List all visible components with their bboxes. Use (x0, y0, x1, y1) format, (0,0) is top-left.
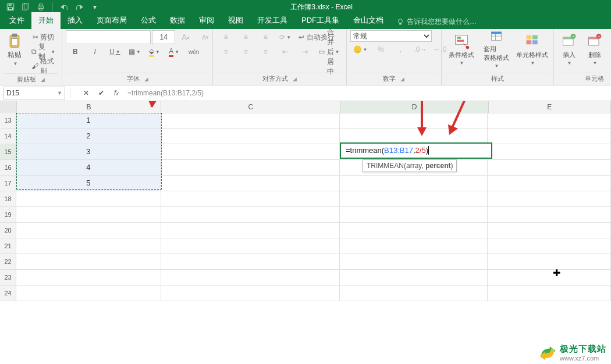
cell-D21[interactable] (340, 238, 488, 254)
fx-button[interactable]: fx (111, 89, 122, 97)
conditional-formatting-button[interactable]: 条件格式▼ (445, 30, 478, 69)
format-cells-button[interactable]: 格式 (609, 30, 611, 69)
cell-B13[interactable]: 1 (16, 113, 161, 128)
qat-new-icon[interactable] (19, 1, 33, 13)
qat-customize-icon[interactable]: ▾ (88, 1, 102, 13)
cell-B15[interactable]: 3 (16, 144, 161, 159)
italic-button[interactable]: I (86, 45, 104, 59)
cell-D20[interactable] (340, 223, 488, 238)
select-all-corner[interactable] (0, 101, 17, 113)
cell-C18[interactable] (161, 191, 340, 206)
cell-C14[interactable] (161, 129, 340, 144)
format-as-table-button[interactable]: 套用 表格格式▼ (480, 30, 513, 69)
cell-C19[interactable] (161, 207, 340, 222)
cell-E13[interactable] (488, 113, 611, 128)
row-header-24[interactable]: 24 (0, 286, 16, 301)
cell-D19[interactable] (340, 207, 488, 222)
cell-B22[interactable] (16, 254, 161, 269)
cancel-formula-button[interactable]: ✕ (81, 89, 91, 97)
increase-decimal-button[interactable]: .0→ (411, 42, 429, 56)
align-center-button[interactable]: ≡ (236, 45, 255, 59)
col-header-B[interactable]: B (17, 101, 161, 113)
qat-save-icon[interactable] (3, 1, 17, 13)
col-header-E[interactable]: E (489, 101, 611, 113)
cell-B21[interactable] (16, 238, 161, 254)
row-header-13[interactable]: 13 (0, 113, 16, 128)
align-bottom-button[interactable]: ≡ (256, 30, 275, 44)
cell-E23[interactable] (488, 270, 611, 285)
cell-C13[interactable] (161, 113, 340, 128)
font-name-combo[interactable] (66, 30, 151, 44)
tab-data[interactable]: 数据 (163, 12, 192, 29)
row-header-22[interactable]: 22 (0, 254, 16, 269)
decrease-font-button[interactable]: A▾ (196, 30, 215, 44)
chevron-down-icon[interactable]: ▼ (57, 90, 62, 96)
cell-C23[interactable] (161, 270, 340, 285)
cell-E16[interactable] (488, 160, 611, 175)
fill-color-button[interactable]: ⬙▼ (145, 45, 164, 59)
cell-E19[interactable] (488, 207, 611, 222)
phonetic-button[interactable]: wén (184, 45, 203, 59)
cell-E20[interactable] (488, 223, 611, 238)
cell-E17[interactable] (488, 176, 611, 191)
tab-page-layout[interactable]: 页面布局 (90, 12, 134, 29)
underline-button[interactable]: U▼ (105, 45, 124, 59)
row-header-23[interactable]: 23 (0, 270, 16, 285)
cell-D17[interactable] (340, 176, 488, 191)
enter-formula-button[interactable]: ✔ (96, 89, 106, 97)
row-header-19[interactable]: 19 (0, 207, 16, 222)
cell-C15[interactable] (161, 144, 340, 159)
cell-D23[interactable] (340, 270, 488, 285)
orientation-button[interactable]: ⟳▼ (276, 30, 294, 44)
cell-C21[interactable] (161, 238, 340, 254)
dialog-launcher-icon[interactable]: ◢ (400, 76, 404, 82)
cell-E22[interactable] (488, 254, 611, 269)
col-header-C[interactable]: C (161, 101, 340, 113)
decrease-indent-button[interactable]: ⇤ (276, 45, 294, 59)
increase-font-button[interactable]: A▴ (176, 30, 195, 44)
paste-button[interactable]: 粘贴 ▼ (3, 30, 26, 69)
row-header-15[interactable]: 15 (0, 144, 16, 159)
cell-E18[interactable] (488, 191, 611, 206)
formula-bar-input[interactable]: =trimmean(B13:B17,2/5) (122, 89, 611, 97)
delete-cells-button[interactable]: − 删除▼ (583, 30, 606, 69)
format-painter-button[interactable]: 🖌 格式刷 (29, 59, 59, 73)
font-size-combo[interactable] (152, 30, 175, 44)
cell-B20[interactable] (16, 223, 161, 238)
cell-styles-button[interactable]: 单元格样式▼ (515, 30, 550, 69)
row-header-21[interactable]: 21 (0, 238, 16, 254)
comma-format-button[interactable]: , (391, 42, 410, 56)
accounting-format-button[interactable]: 🪙▼ (350, 42, 371, 56)
cell-B17[interactable]: 5 (16, 176, 161, 191)
tab-insert[interactable]: 插入 (61, 12, 90, 29)
align-top-button[interactable]: ≡ (216, 30, 235, 44)
font-color-button[interactable]: A▼ (165, 45, 183, 59)
cell-E15[interactable] (488, 144, 611, 159)
bold-button[interactable]: B (66, 45, 84, 59)
tab-view[interactable]: 视图 (221, 12, 250, 29)
dialog-launcher-icon[interactable]: ◢ (144, 76, 148, 82)
cell-D14[interactable] (340, 129, 488, 144)
cell-C24[interactable] (161, 286, 340, 301)
row-header-17[interactable]: 17 (0, 176, 16, 191)
cell-C17[interactable] (161, 176, 340, 191)
cell-B24[interactable] (16, 286, 161, 301)
cell-B19[interactable] (16, 207, 161, 222)
percent-format-button[interactable]: % (371, 42, 390, 56)
dialog-launcher-icon[interactable]: ◢ (41, 77, 45, 83)
row-header-18[interactable]: 18 (0, 191, 16, 206)
row-header-14[interactable]: 14 (0, 129, 16, 144)
row-header-16[interactable]: 16 (0, 160, 16, 175)
tell-me-search[interactable]: 告诉我您想要做什么… (396, 17, 477, 29)
border-button[interactable]: ▦▼ (125, 45, 144, 59)
cell-B14[interactable]: 2 (16, 129, 161, 144)
tab-home[interactable]: 开始 (31, 12, 61, 29)
cell-C20[interactable] (161, 223, 340, 238)
tab-review[interactable]: 审阅 (192, 12, 221, 29)
cell-D18[interactable] (340, 191, 488, 206)
cell-E21[interactable] (488, 238, 611, 254)
qat-redo-icon[interactable] (73, 1, 87, 13)
insert-cells-button[interactable]: + 插入▼ (557, 30, 581, 69)
cell-D24[interactable] (340, 286, 488, 301)
cell-D15-editing[interactable]: =trimmean(B13:B17,2/5) (340, 143, 492, 158)
